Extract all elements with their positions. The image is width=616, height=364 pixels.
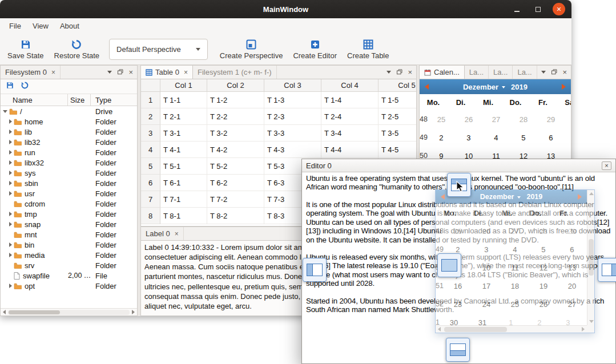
table-cell[interactable]: T 1-2 <box>207 92 264 108</box>
table-cell[interactable]: T 4-3 <box>264 141 321 158</box>
maximize-button[interactable] <box>532 3 544 15</box>
calendar-day[interactable]: 25 <box>428 110 455 128</box>
perspective-combobox[interactable]: Default Perspective <box>109 39 208 60</box>
calendar-day[interactable]: 24 <box>472 295 501 313</box>
table-cell[interactable]: T 3-5 <box>379 125 416 141</box>
expand-arrow-icon[interactable] <box>9 181 12 185</box>
calendar-day[interactable]: 26 <box>472 222 501 240</box>
calendar-day[interactable]: 16 <box>444 277 472 295</box>
calendar-day[interactable]: 2 <box>428 128 455 147</box>
tab-filesystem-1-c-m-f[interactable]: Filesystem 1 (c+ m- f-) <box>193 66 277 79</box>
calendar-day[interactable]: 19 <box>529 277 558 295</box>
dock-indicator-left[interactable] <box>303 258 327 282</box>
prev-month-icon[interactable] <box>425 84 429 90</box>
dock-indicator-right[interactable] <box>598 258 616 282</box>
expand-arrow-icon[interactable] <box>9 150 12 155</box>
calendar-day[interactable]: 23 <box>444 295 472 313</box>
calendar-day[interactable]: 30 <box>565 110 571 128</box>
table-cell[interactable]: T 3-3 <box>264 125 321 141</box>
prev-month-icon[interactable] <box>441 194 445 200</box>
table-cell[interactable]: T 1-4 <box>321 92 379 108</box>
table-cell[interactable]: T 2-5 <box>379 108 416 125</box>
table-cell[interactable]: T 4-2 <box>207 141 264 158</box>
expand-arrow-icon[interactable] <box>9 160 12 165</box>
column-header[interactable]: Col 1 <box>160 79 207 92</box>
table-cell[interactable]: T 3-1 <box>160 125 207 141</box>
tab-table-0[interactable]: Table 0× <box>141 66 193 79</box>
expand-arrow-icon[interactable] <box>9 191 12 196</box>
next-month-icon[interactable] <box>562 84 566 90</box>
close-icon[interactable]: × <box>128 68 133 76</box>
vertical-scrollbar[interactable] <box>587 190 594 325</box>
row-header[interactable]: 6 <box>141 175 160 191</box>
tree-row[interactable]: snapFolder <box>1 219 137 229</box>
table-cell[interactable]: T 1-3 <box>264 92 321 108</box>
tree-row[interactable]: mntFolder <box>1 229 137 240</box>
horizontal-scrollbar[interactable] <box>436 325 587 333</box>
next-month-icon[interactable] <box>578 194 582 200</box>
tree-row[interactable]: cdromFolder <box>1 199 137 209</box>
calendar-day[interactable]: 6 <box>537 128 565 147</box>
calendar-day[interactable]: 18 <box>501 277 529 295</box>
calendar-day[interactable]: 5 <box>529 240 558 258</box>
calendar-day[interactable]: 1 <box>497 313 525 325</box>
tree-row[interactable]: runFolder <box>1 147 137 157</box>
scroll-right-icon[interactable] <box>132 310 135 314</box>
tree-row[interactable]: homeFolder <box>1 116 137 127</box>
close-icon[interactable]: × <box>562 68 567 76</box>
row-header[interactable]: 5 <box>141 158 160 175</box>
calendar-day[interactable]: 27 <box>558 295 586 313</box>
scrollbar-handle[interactable] <box>444 327 507 332</box>
table-cell[interactable]: T 2-1 <box>160 108 207 125</box>
calendar-day[interactable]: 11 <box>501 258 529 277</box>
fs-col-header[interactable]: Size <box>68 94 91 106</box>
month-label[interactable]: Dezember <box>480 193 514 201</box>
row-header[interactable]: 2 <box>141 108 160 125</box>
calendar-day[interactable]: 20 <box>558 277 586 295</box>
save-state-button[interactable]: Save State <box>2 37 49 62</box>
calendar-day[interactable]: 29 <box>537 110 565 128</box>
tree-row[interactable]: srvFolder <box>1 260 137 270</box>
scroll-up-icon[interactable] <box>589 192 594 195</box>
tree-row[interactable]: usrFolder <box>1 188 137 199</box>
calendar-day[interactable]: 4 <box>582 313 587 325</box>
create-perspective-button[interactable]: Create Perspective <box>215 37 288 62</box>
calendar-day[interactable]: 13 <box>558 258 586 277</box>
expand-arrow-icon[interactable] <box>9 212 12 216</box>
calendar-day[interactable]: 12 <box>529 258 558 277</box>
fs-horizontal-scrollbar[interactable] <box>1 308 137 316</box>
table-cell[interactable]: T 7-2 <box>207 191 264 208</box>
table-cell[interactable]: T 5-1 <box>160 158 207 175</box>
calendar-day[interactable]: 31 <box>468 313 497 325</box>
editor-titlebar[interactable]: Editor 0 × <box>302 159 615 172</box>
table-cell[interactable]: T 2-2 <box>207 108 264 125</box>
column-header[interactable]: Col 3 <box>264 79 321 92</box>
tree-row[interactable]: sbinFolder <box>1 178 137 188</box>
expand-arrow-icon[interactable] <box>9 253 12 257</box>
tree-row[interactable]: binFolder <box>1 240 137 250</box>
scroll-left-icon[interactable] <box>3 310 6 314</box>
create-editor-button[interactable]: Create Editor <box>288 37 342 62</box>
column-header[interactable]: Col 4 <box>321 79 379 92</box>
expand-arrow-icon[interactable] <box>9 140 12 144</box>
calendar-day[interactable]: 10 <box>472 258 501 277</box>
restore-state-button[interactable]: Restore State <box>49 37 105 62</box>
table-cell[interactable]: T 2-4 <box>321 108 379 125</box>
tree-row[interactable]: swapfile2,00 …File <box>1 270 137 281</box>
tree-row[interactable]: optFolder <box>1 281 137 291</box>
tree-row[interactable]: lib32Folder <box>1 137 137 147</box>
dock-indicator-center[interactable] <box>437 253 461 277</box>
close-icon[interactable]: × <box>408 68 412 76</box>
calendar-day[interactable]: 25 <box>501 295 529 313</box>
calendar-day[interactable]: 5 <box>510 128 537 147</box>
table-cell[interactable]: T 1-1 <box>160 92 207 108</box>
expand-arrow-icon[interactable] <box>9 222 12 227</box>
calendar-day[interactable]: 26 <box>529 295 558 313</box>
expand-arrow-icon[interactable] <box>9 171 12 175</box>
calendar-day[interactable]: 4 <box>501 240 529 258</box>
tab-filesystem-0[interactable]: Filesystem 0 × <box>1 66 61 79</box>
expand-arrow-icon[interactable] <box>3 110 7 113</box>
minimize-button[interactable] <box>510 3 523 15</box>
fs-col-header[interactable]: Type <box>91 94 137 106</box>
close-window-button[interactable]: × <box>553 3 565 15</box>
